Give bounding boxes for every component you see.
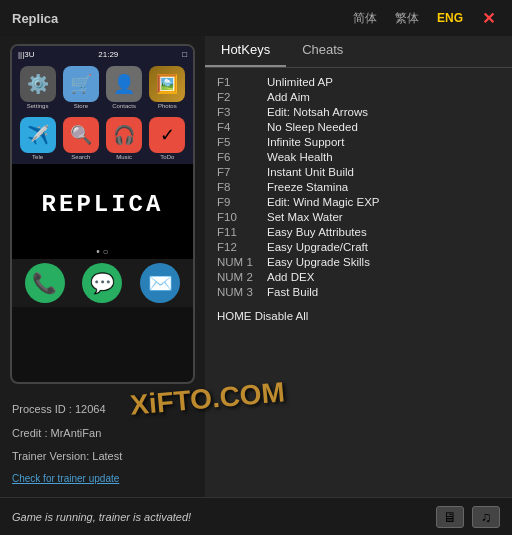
phone-app-photos: 🖼️ Photos: [149, 66, 185, 109]
phone-app-music: 🎧 Music: [106, 117, 142, 160]
phone-app-todo: ✓ ToDo: [149, 117, 185, 160]
cheat-key: F2: [217, 91, 267, 103]
lang-simp[interactable]: 简体: [349, 8, 381, 29]
status-signal: |||3U: [18, 50, 34, 59]
cheat-desc: Add Aim: [267, 91, 310, 103]
tabs-row: HotKeys Cheats: [205, 36, 512, 68]
cheat-f11: F11 Easy Buy Attributes: [217, 224, 500, 239]
cheat-desc: Easy Upgrade Skills: [267, 256, 370, 268]
bottom-bar: Game is running, trainer is activated! 🖥…: [0, 497, 512, 535]
process-id: Process ID : 12064: [12, 400, 193, 420]
cheat-f9: F9 Edit: Wind Magic EXP: [217, 194, 500, 209]
cheat-desc: Set Max Water: [267, 211, 343, 223]
cheat-num1: NUM 1 Easy Upgrade Skills: [217, 254, 500, 269]
cheat-key: F12: [217, 241, 267, 253]
phone-icons-row2: ✈️ Tele 🔍 Search 🎧 Music ✓ ToDo: [12, 113, 193, 164]
contacts-app-icon: 👤: [106, 66, 142, 102]
cheat-f1: F1 Unlimited AP: [217, 74, 500, 89]
cheat-desc: Weak Health: [267, 151, 333, 163]
photos-app-icon: 🖼️: [149, 66, 185, 102]
cheat-f8: F8 Freeze Stamina: [217, 179, 500, 194]
bottom-icon-group: 🖥 ♫: [436, 506, 500, 528]
phone-bottom-icons: 📞 💬 ✉️: [12, 259, 193, 307]
music-icon-button[interactable]: ♫: [472, 506, 500, 528]
cheat-desc: Instant Unit Build: [267, 166, 354, 178]
phone-page-dots: • ○: [12, 244, 193, 259]
phone-app-contacts: 👤 Contacts: [106, 66, 142, 109]
cheat-desc: Freeze Stamina: [267, 181, 348, 193]
cheat-desc: No Sleep Needed: [267, 121, 358, 133]
cheat-desc: Infinite Support: [267, 136, 344, 148]
cheat-desc: Edit: Notsah Arrows: [267, 106, 368, 118]
store-app-icon: 🛒: [63, 66, 99, 102]
cheat-key: F8: [217, 181, 267, 193]
tab-cheats[interactable]: Cheats: [286, 36, 359, 67]
cheat-key: F4: [217, 121, 267, 133]
title-bar: Replica 简体 繁体 ENG ✕: [0, 0, 512, 36]
lang-eng[interactable]: ENG: [433, 9, 467, 27]
settings-app-label: Settings: [20, 103, 56, 109]
music-app-label: Music: [106, 154, 142, 160]
title-bar-controls: 简体 繁体 ENG ✕: [349, 7, 500, 30]
cheat-desc: Unlimited AP: [267, 76, 333, 88]
main-layout: |||3U 21:29 □ ⚙️ Settings 🛒 Store 👤 Cont…: [0, 36, 512, 497]
phone-screen: |||3U 21:29 □ ⚙️ Settings 🛒 Store 👤 Cont…: [10, 44, 195, 384]
cheat-f7: F7 Instant Unit Build: [217, 164, 500, 179]
cheat-key: F3: [217, 106, 267, 118]
right-panel: HotKeys Cheats F1 Unlimited AP F2 Add Ai…: [205, 36, 512, 497]
cheat-f5: F5 Infinite Support: [217, 134, 500, 149]
cheat-key: F1: [217, 76, 267, 88]
credit: Credit : MrAntiFan: [12, 424, 193, 444]
phone-call-icon: 📞: [25, 263, 65, 303]
cheat-desc: Easy Upgrade/Craft: [267, 241, 368, 253]
cheat-key: NUM 3: [217, 286, 267, 298]
store-app-label: Store: [63, 103, 99, 109]
cheat-key: F10: [217, 211, 267, 223]
cheat-f3: F3 Edit: Notsah Arrows: [217, 104, 500, 119]
update-link[interactable]: Check for trainer update: [12, 473, 119, 484]
todo-app-label: ToDo: [149, 154, 185, 160]
cheat-desc: Easy Buy Attributes: [267, 226, 367, 238]
status-time: 21:29: [98, 50, 118, 59]
cheats-list: F1 Unlimited AP F2 Add Aim F3 Edit: Nots…: [205, 68, 512, 497]
contacts-app-label: Contacts: [106, 103, 142, 109]
tele-app-icon: ✈️: [20, 117, 56, 153]
search-app-icon: 🔍: [63, 117, 99, 153]
todo-app-icon: ✓: [149, 117, 185, 153]
cheat-num2: NUM 2 Add DEX: [217, 269, 500, 284]
settings-app-icon: ⚙️: [20, 66, 56, 102]
cheat-key: F11: [217, 226, 267, 238]
cheat-key: NUM 2: [217, 271, 267, 283]
phone-app-tele: ✈️ Tele: [20, 117, 56, 160]
cheat-f4: F4 No Sleep Needed: [217, 119, 500, 134]
cheat-f10: F10 Set Max Water: [217, 209, 500, 224]
cheat-desc: Edit: Wind Magic EXP: [267, 196, 379, 208]
trainer-version: Trainer Version: Latest: [12, 447, 193, 467]
replica-logo-area: REPLICA: [12, 164, 193, 244]
close-button[interactable]: ✕: [477, 7, 500, 30]
cheat-key: F5: [217, 136, 267, 148]
phone-app-store: 🛒 Store: [63, 66, 99, 109]
phone-sms-icon: 💬: [82, 263, 122, 303]
lang-trad[interactable]: 繁体: [391, 8, 423, 29]
tele-app-label: Tele: [20, 154, 56, 160]
cheat-key: F6: [217, 151, 267, 163]
phone-mail-icon: ✉️: [140, 263, 180, 303]
home-disable-label: HOME Disable All: [217, 310, 308, 322]
phone-app-search: 🔍 Search: [63, 117, 99, 160]
replica-logo: REPLICA: [42, 191, 164, 218]
music-app-icon: 🎧: [106, 117, 142, 153]
tab-hotkeys[interactable]: HotKeys: [205, 36, 286, 67]
left-panel: |||3U 21:29 □ ⚙️ Settings 🛒 Store 👤 Cont…: [0, 36, 205, 497]
monitor-icon-button[interactable]: 🖥: [436, 506, 464, 528]
status-battery: □: [182, 50, 187, 59]
cheat-desc: Fast Build: [267, 286, 318, 298]
phone-icons-row1: ⚙️ Settings 🛒 Store 👤 Contacts 🖼️ Photos: [12, 62, 193, 113]
app-title: Replica: [12, 11, 58, 26]
cheat-f6: F6 Weak Health: [217, 149, 500, 164]
cheat-f2: F2 Add Aim: [217, 89, 500, 104]
cheat-desc: Add DEX: [267, 271, 314, 283]
cheat-num3: NUM 3 Fast Build: [217, 284, 500, 299]
info-section: Process ID : 12064 Credit : MrAntiFan Tr…: [0, 392, 205, 497]
photos-app-label: Photos: [149, 103, 185, 109]
